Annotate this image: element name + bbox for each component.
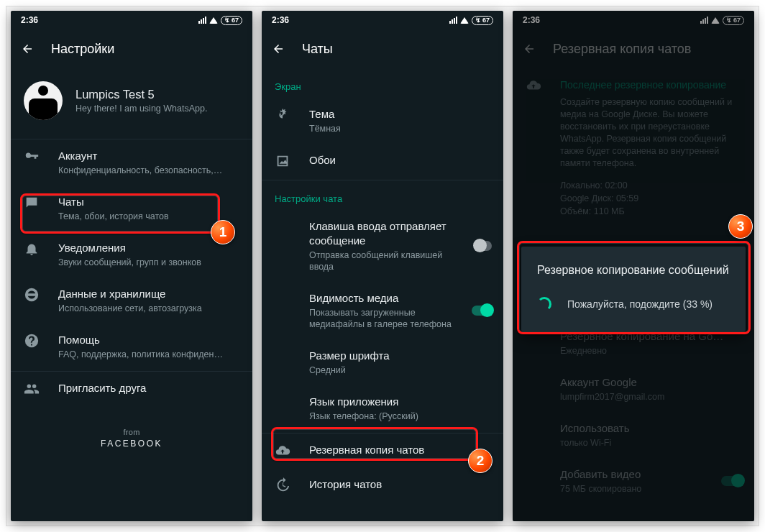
avatar [24,81,63,120]
profile-name: Lumpics Test 5 [75,88,207,101]
row-chat-history[interactable]: История чатов [262,468,503,503]
signal-icon [449,17,457,24]
dialog-message: Пожалуйста, подождите (33 %) [567,298,713,310]
row-theme[interactable]: ТемаТёмная [262,98,503,144]
row-invite[interactable]: Пригласить друга [11,372,252,406]
app-bar: Чаты [262,29,503,68]
group-icon [24,381,40,397]
row-language[interactable]: Язык приложенияЯзык телефона: (Русский) [262,385,503,431]
help-icon [24,333,40,349]
wifi-icon [209,17,218,24]
row-chat-backup[interactable]: Резервная копия чатов [262,434,503,468]
step-badge-3: 3 [728,214,753,239]
row-font-size[interactable]: Размер шрифтаСредний [262,339,503,385]
page-title: Настройки [51,42,114,57]
profile-status: Hey there! I am using WhatsApp. [75,104,207,114]
data-icon [24,287,40,303]
back-icon[interactable] [272,42,285,55]
status-bar: 2:36 ↯67 [11,11,252,29]
battery-indicator: ↯67 [221,16,242,25]
status-time: 2:36 [272,15,289,25]
step-badge-1: 1 [211,220,235,244]
cloud-upload-icon [275,443,290,459]
row-storage[interactable]: Данные и хранилищеИспользование сети, ав… [11,278,252,324]
toggle-enter-send[interactable] [475,241,492,251]
key-icon [24,149,40,165]
row-enter-send[interactable]: Клавиша ввода отправляет сообщениеОтправ… [262,210,503,282]
section-chat-settings: Настройки чата [262,180,503,210]
history-icon [275,477,290,493]
wifi-icon [460,17,469,24]
status-bar: 2:36 ↯67 [262,11,503,29]
toggle-media-visibility[interactable] [472,306,493,316]
bell-icon [24,241,40,257]
app-bar: Настройки [11,29,252,68]
from-footer: from FACEBOOK [11,428,252,449]
spinner-icon [537,297,551,311]
row-wallpaper[interactable]: Обои [262,144,503,178]
status-time: 2:36 [21,15,38,25]
back-icon[interactable] [21,42,34,55]
battery-indicator: ↯67 [472,16,493,25]
screen-backup: 2:36 ↯67 Резервная копия чатов Последнее… [513,11,754,521]
backup-progress-dialog: Резервное копирование сообщений Пожалуйс… [521,247,746,331]
section-screen: Экран [262,68,503,98]
chat-icon [24,195,40,211]
profile-row[interactable]: Lumpics Test 5 Hey there! I am using Wha… [11,68,252,137]
dialog-title: Резервное копирование сообщений [537,262,730,278]
wallpaper-icon [275,153,290,169]
theme-icon [275,107,290,123]
row-media-visibility[interactable]: Видимость медиаПоказывать загруженные ме… [262,282,503,339]
row-help[interactable]: ПомощьFAQ, поддержка, политика конфиденц… [11,324,252,370]
signal-icon [198,17,206,24]
row-account[interactable]: АккаунтКонфиденциальность, безопасность,… [11,139,252,185]
step-badge-2: 2 [468,449,493,473]
page-title: Чаты [302,42,333,57]
screen-settings: 2:36 ↯67 Настройки Lumpics Test 5 Hey th… [11,11,252,521]
screen-chats: 2:36 ↯67 Чаты Экран ТемаТёмная Обои Наст… [262,11,503,521]
